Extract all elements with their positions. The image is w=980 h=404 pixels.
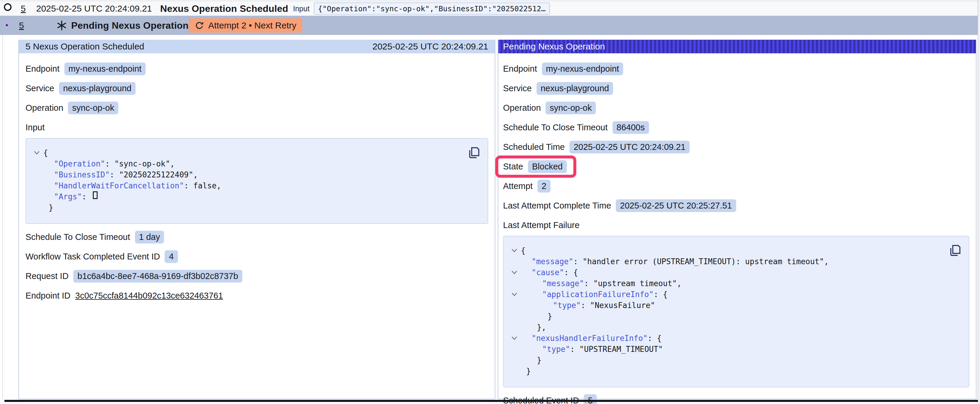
event-id-link[interactable]: 5 bbox=[21, 3, 26, 14]
json-line: "Args": bbox=[30, 191, 461, 202]
field-operation: Operationsync-op-ok bbox=[503, 101, 969, 114]
event-timestamp: 2025-02-25 UTC 20:24:09.21 bbox=[36, 3, 152, 14]
field-last-attempt-complete-time: Last Attempt Complete Time2025-02-25 UTC… bbox=[503, 199, 969, 212]
input-preview-badge[interactable]: {"Operation":"sync-op-ok","BusinessID":"… bbox=[314, 2, 550, 14]
json-text: { bbox=[521, 245, 526, 256]
field-label: Last Attempt Failure bbox=[503, 219, 969, 231]
pending-title: Pending Nexus Operation bbox=[71, 20, 189, 31]
collapse-chevron-icon[interactable] bbox=[508, 245, 521, 256]
field-scheduled-time: Scheduled Time2025-02-25 UTC 20:24:09.21 bbox=[503, 140, 969, 154]
vertical-scrollbar[interactable] bbox=[978, 0, 980, 404]
indent bbox=[521, 366, 526, 377]
field-label: Workflow Task Completed Event ID bbox=[25, 252, 160, 261]
collapse-chevron-icon[interactable] bbox=[508, 333, 521, 344]
json-key: "applicationFailureInfo" bbox=[542, 289, 654, 300]
json-text: "NexusFailure" bbox=[590, 300, 655, 311]
json-text: { bbox=[573, 267, 578, 278]
field-label: Request ID bbox=[25, 271, 68, 281]
json-key: "cause" bbox=[531, 267, 564, 278]
field-value-badge[interactable]: nexus-playground bbox=[59, 82, 136, 95]
json-text: : bbox=[581, 300, 590, 311]
field-state: StateBlocked bbox=[503, 160, 969, 173]
json-text: : bbox=[648, 333, 657, 344]
field-input: Input{"Operation": "sync-op-ok","Busines… bbox=[25, 121, 488, 224]
field-attempt: Attempt2 bbox=[503, 179, 969, 193]
json-text: "UPSTREAM_TIMEOUT" bbox=[579, 344, 663, 355]
retry-icon bbox=[194, 21, 204, 30]
field-label: Scheduled Time bbox=[503, 142, 565, 152]
field-last-attempt-failure: Last Attempt Failure{"message": "handler… bbox=[503, 219, 969, 387]
gutter-spacer bbox=[508, 300, 521, 311]
json-line: } bbox=[30, 202, 461, 213]
retry-status-badge: Attempt 2 • Next Retry bbox=[189, 18, 302, 33]
json-line: "applicationFailureInfo": { bbox=[508, 289, 942, 300]
field-value-badge[interactable]: Blocked bbox=[528, 160, 567, 173]
collapse-chevron-icon[interactable] bbox=[508, 267, 521, 278]
json-text: : bbox=[564, 267, 573, 278]
field-value-badge[interactable]: b1c6a4bc-8ee7-468a-9169-df3b02c8737b bbox=[73, 270, 242, 282]
json-text: : bbox=[573, 256, 582, 267]
field-value-badge[interactable]: 2025-02-25 UTC 20:24:09.21 bbox=[570, 141, 690, 154]
json-line: { bbox=[508, 245, 942, 256]
copy-icon[interactable] bbox=[468, 146, 480, 159]
json-text: } bbox=[547, 311, 552, 322]
collapse-chevron-icon[interactable] bbox=[30, 147, 43, 158]
json-line: "HandlerWaitForCancellation": false, bbox=[30, 181, 461, 191]
indent bbox=[43, 181, 54, 191]
json-key: "Operation" bbox=[54, 158, 105, 170]
json-text: } bbox=[526, 366, 531, 377]
field-value-badge[interactable]: sync-op-ok bbox=[546, 101, 596, 114]
field-value-badge[interactable]: 2 bbox=[538, 180, 550, 193]
json-text: "handler error (UPSTREAM_TIMEOUT): upstr… bbox=[582, 256, 829, 267]
gutter-spacer bbox=[30, 170, 43, 181]
field-value-link[interactable]: 3c0c75ccfa8144b092c13ce632463761 bbox=[75, 291, 223, 301]
indent bbox=[521, 355, 537, 366]
json-line: "cause": { bbox=[508, 267, 942, 278]
json-viewer: {"Operation": "sync-op-ok","BusinessID":… bbox=[25, 138, 488, 224]
json-key: "message" bbox=[531, 256, 573, 267]
indent bbox=[43, 202, 49, 213]
field-label: State bbox=[503, 162, 523, 171]
field-label: Endpoint bbox=[503, 64, 537, 74]
field-label: Endpoint ID bbox=[25, 291, 71, 301]
gutter-spacer bbox=[508, 278, 521, 289]
field-value-badge[interactable]: 4 bbox=[165, 250, 178, 263]
pending-operation-detail-panel: Pending Nexus Operation Endpointmy-nexus… bbox=[498, 40, 977, 399]
copy-icon[interactable] bbox=[948, 244, 961, 257]
field-value-badge[interactable]: my-nexus-endpoint bbox=[64, 62, 146, 75]
json-text: : bbox=[584, 278, 593, 289]
field-label: Last Attempt Complete Time bbox=[503, 201, 611, 211]
event-history-page: 5 2025-02-25 UTC 20:24:09.21 Nexus Opera… bbox=[0, 0, 980, 404]
json-text: "upstream timeout", bbox=[593, 278, 681, 289]
gutter-spacer bbox=[30, 191, 43, 202]
retry-badge-label: Attempt 2 • Next Retry bbox=[208, 21, 296, 30]
field-value-badge[interactable]: sync-op-ok bbox=[68, 101, 118, 114]
indent bbox=[43, 191, 54, 202]
input-label: Input bbox=[293, 4, 310, 13]
field-workflow-task-completed-event-id: Workflow Task Completed Event ID4 bbox=[25, 250, 488, 263]
event-id-link[interactable]: 5 bbox=[19, 21, 24, 30]
field-value-badge[interactable]: 1 day bbox=[135, 231, 164, 244]
json-text: : bbox=[654, 289, 663, 300]
field-label: Operation bbox=[25, 103, 63, 113]
json-line: "nexusHandlerFailureInfo": { bbox=[508, 333, 942, 344]
json-line: "type": "NexusFailure" bbox=[508, 300, 942, 311]
field-value-badge[interactable]: nexus-playground bbox=[536, 82, 613, 95]
indent bbox=[521, 256, 531, 267]
gutter-spacer bbox=[508, 311, 521, 322]
field-value-badge[interactable]: my-nexus-endpoint bbox=[542, 62, 624, 75]
field-value-badge[interactable]: 86400s bbox=[612, 121, 649, 134]
gutter-spacer bbox=[508, 256, 521, 267]
history-row-scheduled[interactable]: 5 2025-02-25 UTC 20:24:09.21 Nexus Opera… bbox=[0, 1, 978, 16]
field-value-badge[interactable]: 2025-02-25 UTC 20:25:27.51 bbox=[616, 199, 736, 212]
json-text: : bbox=[570, 344, 579, 355]
scheduled-panel-title: 5 Nexus Operation Scheduled bbox=[25, 41, 144, 52]
field-endpoint-id: Endpoint ID3c0c75ccfa8144b092c13ce632463… bbox=[25, 289, 488, 302]
history-row-pending[interactable]: 5 Pending Nexus Operation Attempt 2 • Ne… bbox=[0, 16, 978, 35]
json-text: } bbox=[49, 202, 53, 213]
scheduled-panel-header: 5 Nexus Operation Scheduled 2025-02-25 U… bbox=[19, 40, 495, 53]
empty-array-icon bbox=[93, 191, 98, 199]
collapse-chevron-icon[interactable] bbox=[508, 289, 521, 300]
field-value-badge[interactable]: 5 bbox=[584, 394, 597, 404]
annotation-highlight-box: StateBlocked bbox=[495, 155, 576, 178]
